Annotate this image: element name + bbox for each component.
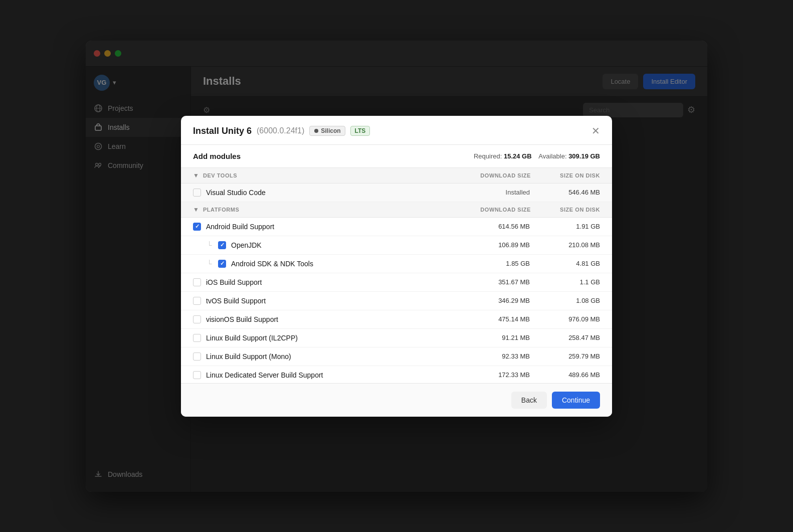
install-unity-modal: Install Unity 6 (6000.0.24f1) Silicon LT… — [181, 116, 612, 417]
modal-footer: Back Continue — [181, 383, 612, 417]
platforms-chevron[interactable]: ▼ — [193, 206, 199, 213]
module-row-android: Android Build Support 614.56 MB 1.91 GB — [181, 218, 612, 236]
linux-mono-download: 92.33 MB — [465, 352, 530, 360]
lts-badge: LTS — [350, 126, 370, 136]
modal-body: ▼ DEV TOOLS DOWNLOAD SIZE SIZE ON DISK V… — [181, 167, 612, 383]
modal-version: (6000.0.24f1) — [257, 126, 304, 135]
linux-mono-checkbox[interactable] — [193, 352, 201, 361]
vscode-disk-size: 546.46 MB — [535, 189, 600, 196]
storage-info: Required: 15.24 GB Available: 309.19 GB — [474, 152, 600, 160]
android-name: Android Build Support — [206, 223, 460, 231]
module-row-openjdk: └ OpenJDK 106.89 MB 210.08 MB — [181, 236, 612, 255]
dev-tools-label: DEV TOOLS — [203, 172, 462, 179]
vscode-name: Visual Studio Code — [206, 189, 460, 197]
linux-server-name: Linux Dedicated Server Build Support — [206, 371, 460, 379]
back-button[interactable]: Back — [511, 392, 547, 409]
available-label: Available: — [538, 152, 566, 160]
android-sdk-disk: 4.81 GB — [535, 260, 600, 267]
android-sdk-name: Android SDK & NDK Tools — [231, 260, 460, 268]
ios-download: 351.67 MB — [465, 278, 530, 286]
android-sdk-checkbox[interactable] — [218, 260, 226, 268]
modal-close-button[interactable]: ✕ — [591, 126, 600, 136]
sub-indicator-openjdk: └ — [207, 241, 213, 249]
modal-title-area: Install Unity 6 (6000.0.24f1) Silicon LT… — [193, 126, 591, 136]
module-row-visionos: visionOS Build Support 475.14 MB 976.09 … — [181, 310, 612, 329]
platforms-label: PLATFORMS — [203, 207, 462, 213]
linux-mono-disk: 259.79 MB — [535, 352, 600, 360]
ios-disk: 1.1 GB — [535, 278, 600, 286]
modal-subheader: Add modules Required: 15.24 GB Available… — [181, 145, 612, 167]
tvos-name: tvOS Build Support — [206, 297, 460, 305]
linux-il2cpp-name: Linux Build Support (IL2CPP) — [206, 334, 460, 342]
modal-header: Install Unity 6 (6000.0.24f1) Silicon LT… — [181, 116, 612, 145]
linux-server-checkbox[interactable] — [193, 371, 201, 379]
tvos-disk: 1.08 GB — [535, 297, 600, 304]
linux-mono-name: Linux Build Support (Mono) — [206, 352, 460, 361]
android-checkbox[interactable] — [193, 223, 201, 231]
visionos-download: 475.14 MB — [465, 315, 530, 323]
dev-tools-download-col: DOWNLOAD SIZE — [466, 172, 531, 179]
sub-indicator-sdk: └ — [207, 260, 213, 268]
module-row-linux-il2cpp: Linux Build Support (IL2CPP) 91.21 MB 25… — [181, 329, 612, 347]
openjdk-download: 106.89 MB — [465, 241, 530, 249]
platforms-download-col: DOWNLOAD SIZE — [466, 207, 531, 213]
tvos-checkbox[interactable] — [193, 297, 201, 305]
linux-server-download: 172.33 MB — [465, 371, 530, 379]
app-window: VG ▾ Projects — [86, 41, 707, 492]
modal-title-text: Install Unity 6 — [193, 126, 252, 136]
continue-button[interactable]: Continue — [552, 392, 600, 409]
required-size: 15.24 GB — [504, 152, 532, 160]
android-sdk-download: 1.85 GB — [465, 260, 530, 267]
visionos-checkbox[interactable] — [193, 315, 201, 323]
vscode-installed: Installed — [465, 189, 530, 196]
module-row-vscode: Visual Studio Code Installed 546.46 MB — [181, 184, 612, 202]
tvos-download: 346.29 MB — [465, 297, 530, 304]
platforms-disk-col: SIZE ON DISK — [535, 207, 600, 213]
ios-name: iOS Build Support — [206, 278, 460, 286]
available-size: 309.19 GB — [568, 152, 600, 160]
linux-il2cpp-download: 91.21 MB — [465, 334, 530, 341]
visionos-disk: 976.09 MB — [535, 315, 600, 323]
linux-il2cpp-disk: 258.47 MB — [535, 334, 600, 341]
dev-tools-disk-col: SIZE ON DISK — [535, 172, 600, 179]
required-label: Required: — [474, 152, 502, 160]
openjdk-checkbox[interactable] — [218, 241, 226, 249]
module-row-linux-mono: Linux Build Support (Mono) 92.33 MB 259.… — [181, 347, 612, 366]
modal-overlay: Install Unity 6 (6000.0.24f1) Silicon LT… — [86, 41, 707, 492]
linux-il2cpp-checkbox[interactable] — [193, 334, 201, 342]
module-row-android-sdk: └ Android SDK & NDK Tools 1.85 GB 4.81 G… — [181, 255, 612, 273]
dev-tools-chevron[interactable]: ▼ — [193, 172, 199, 179]
ios-checkbox[interactable] — [193, 278, 201, 286]
add-modules-label: Add modules — [193, 152, 241, 160]
module-row-linux-server: Linux Dedicated Server Build Support 172… — [181, 366, 612, 383]
module-row-tvos: tvOS Build Support 346.29 MB 1.08 GB — [181, 292, 612, 310]
visionos-name: visionOS Build Support — [206, 315, 460, 323]
svg-point-8 — [314, 129, 318, 133]
silicon-badge: Silicon — [309, 126, 345, 136]
android-disk: 1.91 GB — [535, 223, 600, 230]
openjdk-name: OpenJDK — [231, 241, 460, 249]
android-download: 614.56 MB — [465, 223, 530, 230]
vscode-checkbox[interactable] — [193, 189, 201, 197]
linux-server-disk: 489.66 MB — [535, 371, 600, 379]
openjdk-disk: 210.08 MB — [535, 241, 600, 249]
dev-tools-section-header: ▼ DEV TOOLS DOWNLOAD SIZE SIZE ON DISK — [181, 168, 612, 184]
module-row-ios: iOS Build Support 351.67 MB 1.1 GB — [181, 273, 612, 292]
platforms-section-header: ▼ PLATFORMS DOWNLOAD SIZE SIZE ON DISK — [181, 202, 612, 218]
